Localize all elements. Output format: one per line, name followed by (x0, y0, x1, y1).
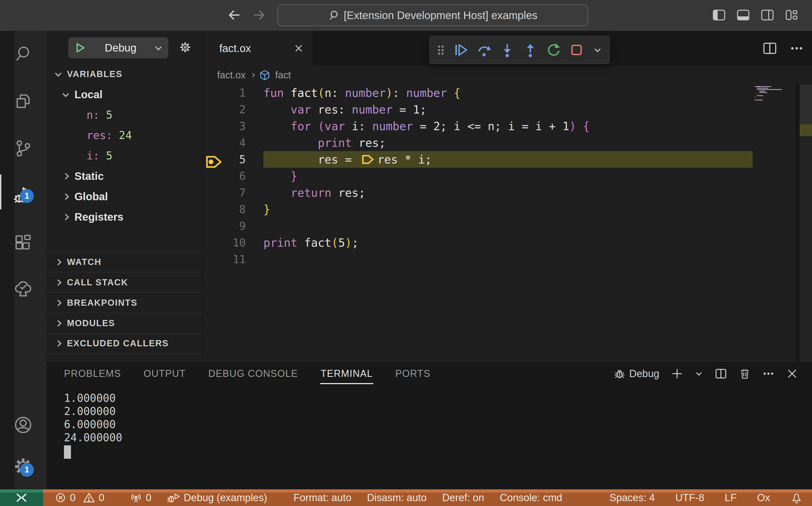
breadcrumb-symbol[interactable]: fact (275, 70, 291, 81)
activity-testing[interactable] (0, 266, 46, 313)
toggle-panel-icon[interactable] (737, 9, 750, 21)
line-number-gutter[interactable]: 8 (203, 203, 263, 216)
code-line[interactable]: 8} (203, 201, 812, 218)
split-editor-icon[interactable] (762, 41, 777, 55)
code-line[interactable]: 2 var res: number = 1; (203, 101, 812, 118)
step-out-button[interactable] (523, 43, 538, 58)
terminal-picker-chevron-icon[interactable] (695, 368, 703, 380)
section-breakpoints[interactable]: BREAKPOINTS (46, 292, 202, 313)
code-line[interactable]: 4 print res; (203, 135, 812, 151)
ports-status[interactable]: 0 (130, 492, 151, 504)
code-line[interactable]: 1fun fact(n: number): number { (203, 85, 812, 101)
overview-ruler[interactable] (800, 85, 812, 361)
code-editor[interactable]: 1fun fact(n: number): number {2 var res:… (203, 85, 812, 361)
terminal-instance[interactable]: Debug (614, 368, 659, 380)
code-line[interactable]: 11 (203, 251, 812, 268)
panel-tab-output[interactable]: OUTPUT (143, 368, 186, 379)
scope-row-global[interactable]: Global (46, 186, 202, 207)
code-line[interactable]: 5 res = res * i; (203, 151, 812, 168)
disasm-status[interactable]: Disasm: auto (367, 492, 426, 504)
variable-row[interactable]: i:5 (46, 146, 202, 166)
line-number-gutter[interactable]: 5 (203, 153, 263, 166)
indent-status[interactable]: Spaces: 4 (609, 492, 655, 504)
activity-explorer[interactable] (0, 78, 46, 125)
close-tab-icon[interactable] (294, 44, 303, 53)
command-center-search[interactable]: [Extension Development Host] examples (277, 5, 588, 26)
scope-row-local[interactable]: Local (46, 84, 202, 105)
variable-row[interactable]: res:24 (46, 125, 202, 146)
debug-more-icon[interactable] (592, 43, 603, 58)
line-number-gutter[interactable]: 9 (203, 220, 263, 232)
breadcrumb-file[interactable]: fact.ox (217, 70, 246, 81)
code-line[interactable]: 6 } (203, 168, 812, 184)
line-number-gutter[interactable]: 4 (203, 137, 263, 149)
nav-back-button[interactable] (227, 8, 241, 22)
toolbar-drag-handle[interactable] (436, 43, 446, 58)
line-number-gutter[interactable]: 10 (203, 237, 263, 249)
scope-row-static[interactable]: Static (46, 166, 202, 186)
format-status[interactable]: Format: auto (293, 492, 351, 504)
remote-indicator[interactable] (0, 489, 43, 506)
activity-search[interactable] (0, 31, 46, 78)
line-number-gutter[interactable]: 1 (203, 87, 263, 99)
activity-source-control[interactable] (0, 125, 46, 172)
section-excluded-callers[interactable]: EXCLUDED CALLERS (46, 333, 202, 353)
line-number-gutter[interactable]: 2 (203, 103, 263, 116)
panel-tab-debug-console[interactable]: DEBUG CONSOLE (208, 368, 298, 379)
line-number-gutter[interactable]: 3 (203, 120, 263, 132)
launch-config-dropdown[interactable]: Debug (68, 37, 168, 58)
nav-forward-button[interactable] (252, 8, 266, 22)
toggle-primary-sidebar-icon[interactable] (713, 9, 726, 21)
scope-row-registers[interactable]: Registers (46, 207, 202, 227)
new-terminal-icon[interactable] (671, 368, 683, 380)
editor-tab[interactable]: fact.ox (203, 31, 312, 66)
variables-section-header[interactable]: VARIABLES (46, 64, 202, 84)
more-actions-icon[interactable] (790, 41, 804, 55)
debug-session-status[interactable]: Debug (examples) (167, 492, 267, 504)
activity-extensions[interactable] (0, 219, 46, 266)
code-line[interactable]: 9 (203, 218, 812, 234)
activity-settings[interactable]: 1 (0, 446, 46, 487)
code-line[interactable]: 10print fact(5); (203, 234, 812, 251)
activity-run-debug[interactable]: 1 (0, 172, 46, 219)
section-watch[interactable]: WATCH (46, 252, 202, 272)
activity-accounts[interactable] (0, 404, 46, 446)
step-into-button[interactable] (500, 43, 515, 58)
variable-row[interactable]: n:5 (46, 105, 202, 125)
line-number: 2 (239, 103, 246, 116)
current-breakpoint-icon[interactable] (205, 155, 223, 168)
split-terminal-icon[interactable] (715, 368, 727, 380)
panel-tab-ports[interactable]: PORTS (395, 368, 430, 379)
notifications-bell-icon[interactable] (791, 492, 802, 504)
section-call-stack[interactable]: CALL STACK (46, 272, 202, 292)
close-panel-icon[interactable] (786, 368, 798, 380)
line-number-gutter[interactable]: 6 (203, 170, 263, 182)
panel-tab-problems[interactable]: PROBLEMS (64, 368, 121, 379)
scrollbar-slider[interactable] (800, 85, 812, 124)
start-debug-icon[interactable] (76, 43, 85, 53)
kill-terminal-icon[interactable] (739, 368, 751, 380)
console-status[interactable]: Console: cmd (500, 492, 562, 504)
debug-settings-button[interactable] (179, 41, 191, 54)
eol-status[interactable]: LF (725, 492, 737, 504)
toggle-secondary-sidebar-icon[interactable] (761, 9, 774, 21)
line-number-gutter[interactable]: 11 (203, 253, 263, 265)
section-modules[interactable]: MODULES (46, 313, 202, 333)
code-line[interactable]: 7 return res; (203, 184, 812, 201)
restart-button[interactable] (546, 43, 561, 58)
line-number-gutter[interactable]: 7 (203, 186, 263, 199)
step-over-button[interactable] (477, 43, 492, 58)
stop-button[interactable] (569, 43, 584, 58)
customize-layout-icon[interactable] (785, 9, 798, 21)
deref-status[interactable]: Deref: on (442, 492, 484, 504)
problems-status[interactable]: 0 0 (55, 492, 104, 504)
language-status[interactable]: Ox (757, 492, 770, 504)
panel-tab-terminal[interactable]: TERMINAL (321, 368, 373, 379)
account-icon (13, 415, 33, 435)
encoding-status[interactable]: UTF-8 (675, 492, 704, 504)
panel-more-icon[interactable] (762, 368, 774, 380)
terminal-output[interactable]: 1.0000002.0000006.00000024.000000 (64, 392, 796, 489)
code-line[interactable]: 3 for (var i: number = 2; i <= n; i = i … (203, 118, 812, 135)
continue-button[interactable] (454, 43, 469, 58)
minimap[interactable] (755, 86, 796, 103)
